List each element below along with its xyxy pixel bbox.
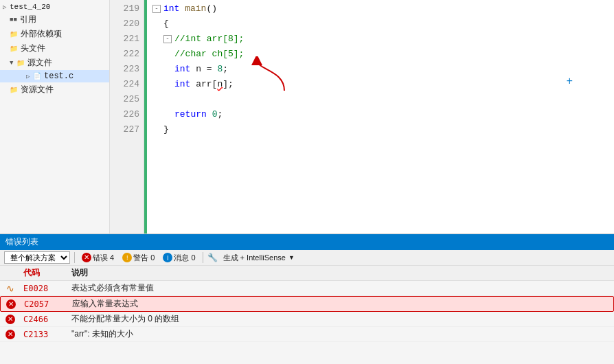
error-table: ∿ E0028 表达式必须含有常量值 ✕ C2057 应输入常量表达式 ✕ C2… (0, 281, 614, 364)
code-line-219: - int main() (152, 1, 609, 16)
error-code-3: C2133 (21, 330, 69, 339)
panel-title: 错误列表 (0, 234, 614, 250)
folder-icon-resources: 📁 (10, 86, 18, 94)
sidebar-label-resources: 资源文件 (21, 84, 54, 95)
sidebar-label-ref: 引用 (20, 14, 36, 25)
error-row-1[interactable]: ✕ C2057 应输入常量表达式 (0, 296, 614, 312)
row-icon-1: ✕ (1, 299, 21, 309)
sidebar: ▷ test_4_20 ■■ 引用 📁 外部依赖项 📁 头文件 ▼ 📁 源文件 … (0, 0, 110, 234)
arrow-icon: ▷ (3, 3, 10, 11)
sidebar-label-testc: test.c (44, 71, 73, 81)
info-count-label: 消息 0 (174, 253, 195, 263)
collapse-button-219[interactable]: - (152, 5, 161, 13)
row-icon-0: ∿ (0, 283, 21, 294)
sidebar-label-headers: 头文件 (21, 43, 45, 54)
build-filter-button[interactable]: 生成 + IntelliSense ▼ (220, 252, 297, 264)
toolbar-separator-1 (74, 252, 75, 263)
filter-icon: 🔧 (207, 253, 218, 262)
sources-arrow-icon: ▼ (10, 60, 16, 67)
error-desc-1: 应输入常量表达式 (69, 298, 613, 310)
error-desc-2: 不能分配常量大小为 0 的数组 (69, 313, 614, 325)
error-desc-3: "arr": 未知的大小 (69, 328, 614, 340)
error-circle-icon-3: ✕ (5, 330, 15, 339)
header-icon-col (0, 267, 21, 279)
error-code-1: C2057 (21, 299, 69, 309)
code-line-224: int arr[n]; (152, 77, 609, 92)
folder-icon: 📁 (10, 30, 18, 38)
dropdown-arrow-icon: ▼ (288, 254, 295, 261)
sidebar-label-external: 外部依赖项 (21, 28, 62, 40)
line-numbers: 219 220 221 222 223 224 225 226 227 (110, 0, 144, 234)
error-circle-icon-1: ✕ (6, 299, 16, 309)
folder-icon-headers: 📁 (10, 45, 18, 53)
sidebar-label-sources: 源文件 (27, 57, 52, 69)
error-code-2: C2466 (21, 315, 69, 324)
code-line-226: return 0; (152, 107, 609, 122)
bottom-panel: 错误列表 整个解决方案 ✕ 错误 4 ! 警告 0 i 消息 0 🔧 生成 + … (0, 234, 614, 364)
code-line-225 (152, 92, 609, 107)
sidebar-item-resources[interactable]: 📁 资源文件 (0, 82, 109, 97)
sidebar-item-external[interactable]: 📁 外部依赖项 (0, 27, 109, 41)
error-icon: ✕ (82, 253, 91, 262)
build-label: 生成 + IntelliSense (223, 253, 286, 263)
sidebar-item-project[interactable]: ▷ test_4_20 (0, 1, 109, 12)
error-row-3[interactable]: ✕ C2133 "arr": 未知的大小 (0, 327, 614, 342)
collapse-button-221[interactable]: - (163, 35, 172, 43)
squiggly-icon: ∿ (6, 283, 14, 294)
solution-filter-select[interactable]: 整个解决方案 (4, 251, 70, 264)
sidebar-item-sources[interactable]: ▼ 📁 源文件 (0, 56, 109, 70)
warnings-filter-button[interactable]: ! 警告 0 (120, 252, 157, 264)
row-icon-3: ✕ (0, 329, 21, 339)
file-arrow-icon: ▷ (26, 73, 33, 80)
code-line-221: - //int arr[8]; (152, 32, 609, 47)
panel-toolbar: 整个解决方案 ✕ 错误 4 ! 警告 0 i 消息 0 🔧 生成 + Intel… (0, 250, 614, 266)
info-filter-button[interactable]: i 消息 0 (160, 252, 198, 264)
error-code-0: E0028 (21, 284, 69, 293)
file-icon: 📄 (33, 72, 41, 80)
info-icon: i (163, 253, 172, 262)
error-desc-0: 表达式必须含有常量值 (69, 282, 614, 294)
code-line-227: } (152, 122, 609, 137)
code-line-220: { (152, 16, 609, 32)
errors-filter-button[interactable]: ✕ 错误 4 (79, 252, 117, 264)
sidebar-item-headers[interactable]: 📁 头文件 (0, 41, 109, 56)
error-circle-icon-2: ✕ (5, 315, 15, 324)
error-row-0[interactable]: ∿ E0028 表达式必须含有常量值 (0, 281, 614, 296)
error-count-label: 错误 4 (93, 253, 114, 263)
warning-count-label: 警告 0 (133, 253, 155, 263)
sidebar-item-ref[interactable]: ■■ 引用 (0, 12, 109, 27)
row-icon-2: ✕ (0, 314, 21, 324)
project-title: test_4_20 (10, 3, 50, 11)
folder-icon-sources: 📁 (16, 59, 25, 67)
warning-icon: ! (122, 253, 132, 262)
header-code-col: 代码 (21, 267, 69, 279)
code-content[interactable]: - int main() { - //int arr[8]; //char ch… (147, 0, 614, 234)
editor-area: 219 220 221 222 223 224 225 226 227 - in… (110, 0, 614, 234)
code-line-222: //char ch[5]; (152, 47, 609, 62)
error-row-2[interactable]: ✕ C2466 不能分配常量大小为 0 的数组 (0, 312, 614, 327)
ref-icon: ■■ (10, 16, 17, 23)
code-line-223: int n = 8; (152, 62, 609, 77)
error-table-header: 代码 说明 (0, 266, 614, 281)
code-container[interactable]: 219 220 221 222 223 224 225 226 227 - in… (110, 0, 614, 234)
header-desc-col: 说明 (69, 267, 614, 279)
toolbar-separator-2 (203, 252, 203, 263)
sidebar-item-testc[interactable]: ▷ 📄 test.c (0, 70, 109, 82)
